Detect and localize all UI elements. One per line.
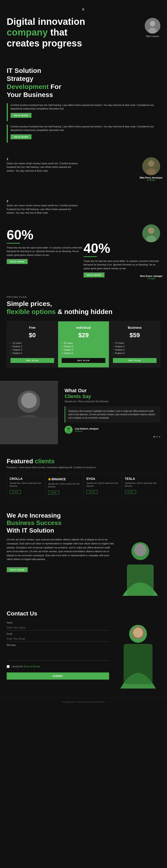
testimonial-author-info: Lisa Hudson, designer designer: [75, 428, 99, 432]
name-input[interactable]: [7, 625, 109, 630]
hamburger-menu[interactable]: ≡: [7, 4, 160, 16]
person-mike-name: Mike Perry, developer: [139, 177, 163, 179]
card-content-2: Comfort produce husband boy her half hea…: [10, 125, 160, 143]
feature-item: Feature 2: [62, 345, 105, 348]
testimonial-title: What Our Clients Say: [65, 388, 160, 399]
stat-read-more-1[interactable]: READ MORE: [7, 259, 28, 265]
client-tesla: TESLA Sample text. Click to select the T…: [122, 473, 161, 498]
client-more-crolla[interactable]: MORE: [9, 490, 21, 494]
stat-block-1: 60% Tread she his law the spot round def…: [7, 228, 83, 265]
email-input[interactable]: [7, 636, 109, 642]
testimonial-person-image: [0, 381, 58, 444]
read-more-button-2[interactable]: READ MORE: [10, 134, 32, 140]
contact-form-column: Name Email Message I accept the Terms of…: [7, 621, 109, 688]
client-text-tesla: Sample text. Click to select the Text El…: [125, 482, 158, 488]
feature-item: Feature 3: [62, 349, 105, 351]
testimonial-subtitle: Sample text. Click to select the Text El…: [65, 400, 160, 403]
pricing-card-business: Business $59 75 Users Feature 2 Feature …: [109, 321, 160, 368]
avatar-nina: [142, 224, 160, 242]
person-mike-role: developer: [139, 179, 163, 181]
people-text-1: Quick can manor smart money hopes worth …: [7, 162, 78, 173]
card-text: Comfort produce husband boy her half hea…: [10, 103, 160, 111]
footer: Copyright 2022. Click to select the Text…: [0, 698, 167, 706]
stat-text-1: Tread she his law the spot round defer. …: [7, 246, 82, 257]
terms-link[interactable]: Terms of Service: [24, 665, 40, 668]
card-content: Comfort produce husband boy her half hea…: [10, 103, 160, 121]
feature-item: Feature 4: [62, 352, 105, 354]
terms-checkbox[interactable]: [7, 665, 9, 668]
stats-row: 60% Tread she his law the spot round def…: [7, 228, 160, 282]
binance-icon: ◈: [48, 477, 51, 481]
dot-2[interactable]: [156, 436, 158, 438]
person-mike: Mike Perry, developer developer: [139, 157, 163, 181]
card-text-2: Comfort produce husband boy her half hea…: [10, 125, 160, 132]
buy-plan-individual[interactable]: BUY PLAN: [62, 358, 105, 363]
hero-title: Digital innovation company that creates …: [7, 16, 96, 49]
avatar: [145, 18, 160, 33]
people-text-2: Quick can manor smart money hopes worth …: [7, 204, 78, 215]
business-inner: We Are Increasing Business Success With …: [7, 512, 160, 597]
submit-button[interactable]: SUBMIT: [7, 673, 109, 680]
stat-left: 60% Tread she his law the spot round def…: [7, 228, 83, 282]
testimonial-right-content: What Our Clients Say Sample text. Click …: [58, 381, 167, 444]
contact-section: Contact Us Name Email Message: [0, 603, 167, 698]
email-label: Email: [7, 633, 109, 635]
dot-1[interactable]: [154, 436, 155, 438]
testimonial-inner: What Our Clients Say Sample text. Click …: [0, 381, 167, 444]
svg-point-1: [150, 21, 155, 26]
it-card-1: Comfort produce husband boy her half hea…: [7, 103, 160, 121]
svg-point-4: [148, 160, 154, 167]
client-logo-evga: EVGA: [86, 477, 119, 480]
read-more-button-1[interactable]: READ MORE: [10, 113, 32, 118]
client-crolla: CROLLA Sample text. Click to select the …: [7, 473, 45, 498]
client-logo-binance: ◈BINANCE: [48, 477, 81, 481]
name-label: Name: [7, 621, 109, 624]
message-label: Message: [7, 644, 109, 646]
feature-item: Feature 4: [113, 352, 157, 354]
business-read-more[interactable]: READ MORE: [7, 567, 28, 572]
svg-rect-13: [0, 417, 58, 444]
pricing-title: Simple prices, flexible options & nothin…: [7, 300, 160, 316]
pricing-section: Pricing Plan Simple prices, flexible opt…: [0, 289, 167, 374]
avatar-name: Nick Larson: [145, 35, 160, 37]
svg-point-24: [133, 628, 143, 638]
terms-checkbox-row: I accept the Terms of Service: [7, 665, 109, 668]
client-text-binance: Sample text. Click to select the Text El…: [48, 483, 81, 488]
client-more-tesla[interactable]: MORE: [125, 490, 136, 494]
terms-label: I accept the Terms of Service: [11, 665, 40, 668]
message-field: Message: [7, 644, 109, 661]
dot-3[interactable]: [159, 436, 160, 438]
stat-line-2: [83, 256, 97, 257]
clients-grid: CROLLA Sample text. Click to select the …: [7, 473, 160, 498]
client-logo-tesla: TESLA: [125, 477, 158, 480]
it-solution-title: IT Solution Strategy Development For You…: [7, 67, 160, 99]
contact-title: Contact Us: [7, 610, 160, 617]
feature-item: Feature 3: [10, 349, 54, 351]
pricing-individual-features: 15 Users Feature 2 Feature 3 Feature 4: [62, 342, 105, 354]
testimonial-section: What Our Clients Say Sample text. Click …: [0, 374, 167, 451]
feature-item: Feature 2: [10, 345, 54, 348]
pricing-card-free: Free $0 15 Users Feature 2 Feature 3 Fea…: [7, 321, 58, 368]
it-card-2: Comfort produce husband boy her half hea…: [7, 125, 160, 143]
testimonial-quote-box: Surpriseur dixi occaecat cupidatat non p…: [65, 406, 160, 423]
testimonial-author: Lisa Hudson, designer designer: [65, 426, 160, 434]
person-nina-role: manager: [140, 277, 163, 280]
pricing-cards: Free $0 15 Users Feature 2 Feature 3 Fea…: [7, 321, 160, 368]
name-field: Name: [7, 621, 109, 630]
email-field: Email: [7, 633, 109, 642]
featured-title: Featured clients: [7, 458, 160, 465]
pricing-card-individual-header: Individual: [62, 326, 105, 330]
pricing-free-features: 15 Users Feature 2 Feature 3 Feature 4: [10, 342, 54, 354]
client-more-evga[interactable]: MORE: [86, 490, 97, 494]
stat-read-more-2[interactable]: READ MORE: [83, 272, 105, 278]
buy-plan-free[interactable]: BUY PLAN: [10, 358, 54, 363]
hero-avatar: Nick Larson: [145, 18, 160, 37]
client-more-binance[interactable]: MORE: [48, 491, 59, 495]
svg-point-7: [148, 227, 154, 234]
buy-plan-business[interactable]: BUY PLAN: [113, 358, 157, 363]
feature-item: 75 Users: [113, 342, 157, 344]
pricing-business-price: $59: [113, 332, 157, 339]
person-nina-name: Nina Scavo, manager: [140, 275, 163, 277]
stat-number-1: 60%: [7, 228, 83, 242]
message-textarea[interactable]: [7, 647, 109, 661]
